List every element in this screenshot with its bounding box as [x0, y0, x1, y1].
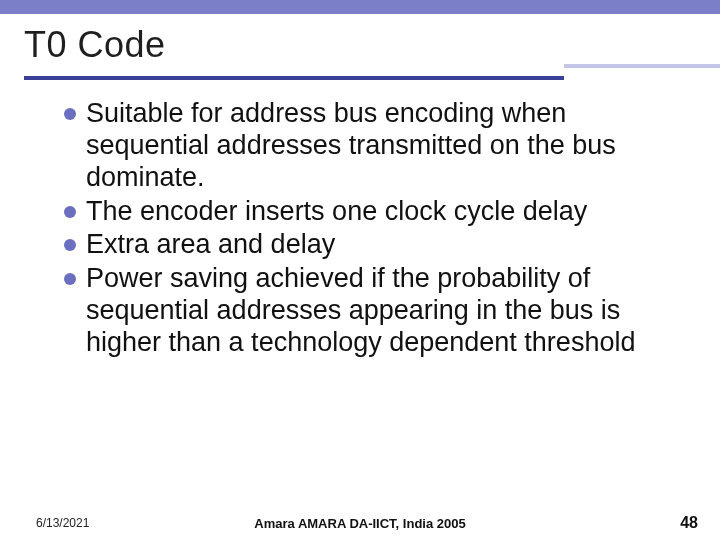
slide-body: Suitable for address bus encoding when s…: [0, 80, 720, 359]
bullet-item: The encoder inserts one clock cycle dela…: [64, 196, 680, 228]
bullet-dot-icon: [64, 239, 76, 251]
bullet-text: Power saving achieved if the probability…: [86, 263, 680, 359]
bullet-dot-icon: [64, 273, 76, 285]
footer-date: 6/13/2021: [36, 516, 89, 530]
slide-title: T0 Code: [24, 24, 720, 66]
bullet-item: Extra area and delay: [64, 229, 680, 261]
bullet-text: The encoder inserts one clock cycle dela…: [86, 196, 587, 228]
title-area: T0 Code: [0, 14, 720, 66]
slide: T0 Code Suitable for address bus encodin…: [0, 0, 720, 540]
bullet-text: Suitable for address bus encoding when s…: [86, 98, 680, 194]
footer-page-number: 48: [680, 514, 698, 532]
bullet-dot-icon: [64, 206, 76, 218]
bullet-item: Power saving achieved if the probability…: [64, 263, 680, 359]
top-accent-bar: [0, 0, 720, 14]
bullet-item: Suitable for address bus encoding when s…: [64, 98, 680, 194]
rule-light: [564, 64, 720, 68]
footer-author: Amara AMARA DA-IICT, India 2005: [254, 516, 465, 531]
bullet-dot-icon: [64, 108, 76, 120]
bullet-text: Extra area and delay: [86, 229, 335, 261]
slide-footer: 6/13/2021 Amara AMARA DA-IICT, India 200…: [0, 516, 720, 530]
